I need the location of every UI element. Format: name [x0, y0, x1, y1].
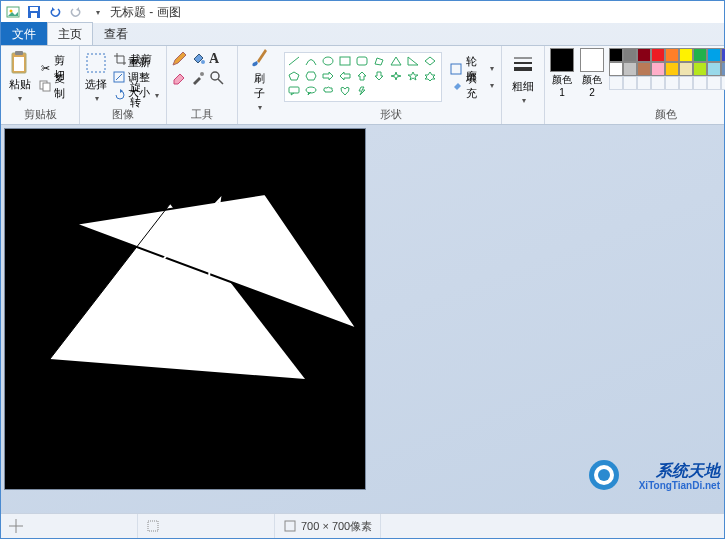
- color-swatch[interactable]: [721, 62, 725, 76]
- picker-icon[interactable]: [190, 70, 206, 86]
- titlebar: ▾ 无标题 - 画图: [1, 1, 724, 23]
- shape-roundrect-icon[interactable]: [355, 55, 369, 67]
- crop-icon: [113, 52, 127, 66]
- color2-button[interactable]: 颜色 2: [579, 48, 605, 98]
- selection-icon: [146, 519, 160, 533]
- color-swatch[interactable]: [721, 48, 725, 62]
- color2-swatch: [580, 48, 604, 72]
- shape-line-icon[interactable]: [287, 55, 301, 67]
- shape-callout-oval-icon[interactable]: [304, 85, 318, 97]
- paste-button[interactable]: 粘贴▾: [5, 49, 34, 105]
- color-swatch[interactable]: [665, 62, 679, 76]
- size-button[interactable]: 粗细▾: [506, 51, 540, 107]
- shape-rtriangle-icon[interactable]: [406, 55, 420, 67]
- svg-rect-9: [43, 83, 50, 91]
- color-swatch[interactable]: [665, 48, 679, 62]
- color-swatch-empty[interactable]: [665, 76, 679, 90]
- color-swatch[interactable]: [679, 48, 693, 62]
- svg-point-15: [323, 57, 333, 65]
- shape-bolt-icon[interactable]: [355, 85, 369, 97]
- tab-file[interactable]: 文件: [1, 22, 47, 45]
- shape-diamond-icon[interactable]: [423, 55, 437, 67]
- color1-button[interactable]: 颜色 1: [549, 48, 575, 98]
- status-position: [1, 514, 138, 538]
- shape-rect-icon[interactable]: [338, 55, 352, 67]
- color-swatch-empty[interactable]: [693, 76, 707, 90]
- shape-callout-cloud-icon[interactable]: [321, 85, 335, 97]
- svg-rect-20: [451, 64, 461, 74]
- color-swatch[interactable]: [623, 62, 637, 76]
- shape-fill-button[interactable]: 填充▾: [447, 77, 497, 94]
- save-button[interactable]: [25, 3, 43, 21]
- shape-star5-icon[interactable]: [406, 70, 420, 82]
- redo-button[interactable]: [67, 3, 85, 21]
- shape-star4-icon[interactable]: [389, 70, 403, 82]
- tabbar: 文件 主页 查看: [1, 23, 724, 45]
- canvas-area[interactable]: 系统天地 XiTongTianDi.net: [1, 125, 724, 513]
- color-swatch[interactable]: [623, 48, 637, 62]
- undo-button[interactable]: [46, 3, 64, 21]
- color-swatch[interactable]: [693, 62, 707, 76]
- shape-arrowr-icon[interactable]: [321, 70, 335, 82]
- shape-heart-icon[interactable]: [338, 85, 352, 97]
- shape-hexagon-icon[interactable]: [304, 70, 318, 82]
- color-swatch-empty[interactable]: [679, 76, 693, 90]
- shape-polygon-icon[interactable]: [372, 55, 386, 67]
- shape-oval-icon[interactable]: [321, 55, 335, 67]
- color-swatch[interactable]: [609, 62, 623, 76]
- dimensions-icon: [283, 519, 297, 533]
- shape-curve-icon[interactable]: [304, 55, 318, 67]
- magnifier-icon[interactable]: [209, 70, 225, 86]
- color-swatch[interactable]: [637, 62, 651, 76]
- color-swatch[interactable]: [609, 48, 623, 62]
- color-swatch[interactable]: [707, 62, 721, 76]
- color-swatch-empty[interactable]: [721, 76, 725, 90]
- bucket-icon[interactable]: [190, 51, 206, 67]
- canvas[interactable]: [5, 129, 365, 489]
- select-button[interactable]: 选择▾: [84, 49, 108, 105]
- copy-button[interactable]: 复制: [36, 78, 75, 95]
- shape-gallery[interactable]: [284, 52, 442, 102]
- color-swatch-empty[interactable]: [609, 76, 623, 90]
- svg-point-14: [211, 72, 219, 80]
- shape-pentagon-icon[interactable]: [287, 70, 301, 82]
- svg-rect-34: [148, 521, 158, 531]
- shape-callout-rect-icon[interactable]: [287, 85, 301, 97]
- group-shapes: 轮廓▾ 填充▾ 形状: [280, 46, 502, 124]
- svg-point-13: [200, 72, 204, 76]
- color-swatch[interactable]: [651, 48, 665, 62]
- shape-arrowu-icon[interactable]: [355, 70, 369, 82]
- color-palette: [609, 48, 725, 89]
- color-swatch-empty[interactable]: [623, 76, 637, 90]
- tab-home[interactable]: 主页: [47, 22, 93, 46]
- quick-access-toolbar: ▾: [25, 3, 106, 21]
- shape-arrowd-icon[interactable]: [372, 70, 386, 82]
- tab-view[interactable]: 查看: [93, 22, 139, 45]
- text-icon[interactable]: A: [209, 51, 219, 67]
- color-swatch[interactable]: [679, 62, 693, 76]
- crosshair-icon: [9, 519, 23, 533]
- color-swatch-empty[interactable]: [637, 76, 651, 90]
- color-swatch[interactable]: [651, 62, 665, 76]
- color-swatch[interactable]: [707, 48, 721, 62]
- brush-icon: [247, 45, 271, 69]
- rotate-button[interactable]: 旋转▾: [110, 87, 162, 104]
- color-swatch-empty[interactable]: [707, 76, 721, 90]
- color-swatch[interactable]: [637, 48, 651, 62]
- color-swatch-empty[interactable]: [651, 76, 665, 90]
- window-title: 无标题 - 画图: [110, 4, 181, 21]
- qat-dropdown[interactable]: ▾: [88, 3, 106, 21]
- brush-button[interactable]: 刷子▾: [242, 51, 276, 107]
- group-tools: A 工具: [167, 46, 238, 124]
- shape-star6-icon[interactable]: [423, 70, 437, 82]
- svg-rect-18: [289, 87, 299, 93]
- shape-arrowl-icon[interactable]: [338, 70, 352, 82]
- color-swatch[interactable]: [693, 48, 707, 62]
- eraser-icon[interactable]: [171, 70, 187, 86]
- svg-rect-4: [31, 13, 37, 18]
- group-colors-label: 颜色: [549, 106, 725, 124]
- svg-point-12: [201, 60, 205, 64]
- group-shapes-label: 形状: [284, 106, 497, 124]
- pencil-icon[interactable]: [171, 51, 187, 67]
- shape-triangle-icon[interactable]: [389, 55, 403, 67]
